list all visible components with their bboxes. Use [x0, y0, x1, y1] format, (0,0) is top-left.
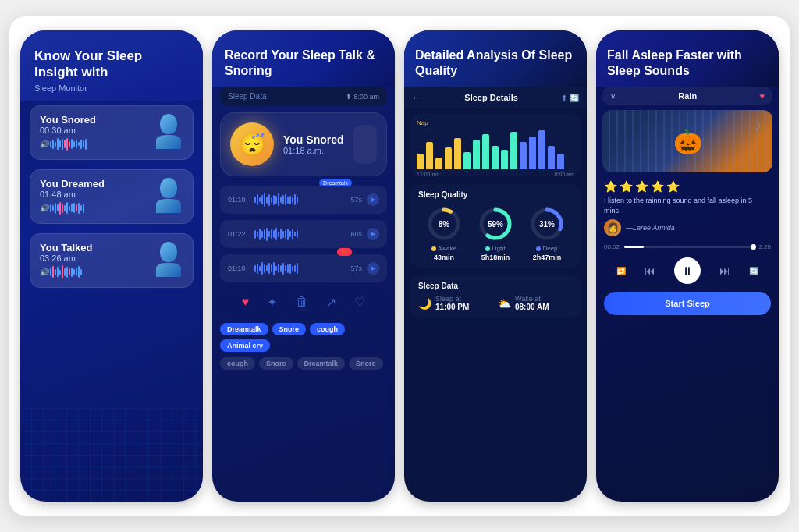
rec-time-2: 01:22: [228, 230, 250, 238]
reviewer-row: 👩 —Laree Armida: [596, 215, 779, 240]
phone3-title: Detailed Analysis Of Sleep Quality: [415, 48, 576, 79]
next-icon[interactable]: ⏭: [719, 264, 730, 277]
start-sleep-button[interactable]: Start Sleep: [604, 292, 771, 315]
reviewer-name: —Laree Armida: [626, 224, 675, 232]
snoring-emoji: 😴: [230, 122, 274, 166]
wake-at-label: Wake at: [515, 295, 549, 303]
snoring-card: 😴 You Snored 01:18 a.m.: [220, 112, 387, 176]
repeat-icon[interactable]: 🔁: [616, 267, 626, 275]
quality-circles: 8% Awake 43min 59%: [418, 205, 573, 261]
trash-icon[interactable]: 🗑: [296, 295, 308, 310]
quality-title: Sleep Quality: [418, 190, 573, 199]
deep-dot: [536, 246, 541, 251]
rec-time-3: 01:10: [228, 264, 250, 272]
progress-bar[interactable]: [624, 246, 754, 248]
chevron-down-icon: ∨: [610, 92, 616, 101]
tag-snore[interactable]: Snore: [272, 323, 307, 335]
chart-time-start: 11:00 pm: [417, 172, 439, 176]
cloud-icon: ⛅: [498, 297, 511, 310]
rec-dur-2: 60s: [350, 230, 362, 238]
heart-icon[interactable]: ♥: [242, 295, 250, 310]
dream-waveform: 🔊: [40, 201, 147, 215]
snore-item[interactable]: You Snored 00:30 am 🔊: [30, 105, 194, 160]
phone1-header: Know Your Sleep Insight with Sleep Monit…: [20, 30, 203, 101]
tag-snore2[interactable]: Snore: [259, 357, 293, 370]
rec-time-1: 01:10: [228, 196, 250, 204]
phone-4: Fall Asleep Faster with Sleep Sounds ∨ R…: [596, 30, 779, 502]
talk-waveform: 🔊: [40, 265, 147, 279]
light-pct: 59%: [488, 220, 503, 229]
deep-label: Deep: [542, 245, 557, 252]
light-circle: 59% Light 5h18min: [477, 205, 514, 261]
speaker-icon: 🔊: [40, 140, 49, 148]
rec-row-1[interactable]: 01:10 57s ▶: [220, 186, 387, 214]
data-row: 🌙 Sleep at 11:00 PM ⛅ Wake at 08:00 AM: [418, 295, 573, 311]
rec-row-3-wrap: 01:10 57s ▶ 🔴: [212, 251, 395, 286]
sleep-data-time: ⬆ 8:00 am: [346, 93, 379, 101]
back-arrow[interactable]: ←: [412, 92, 421, 103]
snore-waveform: 🔊: [40, 137, 147, 151]
pause-button[interactable]: ⏸: [674, 257, 701, 284]
deep-circle: 31% Deep 2h47min: [528, 205, 566, 261]
snoring-label: You Snored: [283, 133, 344, 146]
sleep-at-value: 11:00 PM: [435, 303, 469, 311]
rain-mini[interactable]: ∨ Rain ♥: [602, 87, 772, 105]
tag-dreamtalk[interactable]: Dreamtalk: [220, 323, 268, 335]
talk-item[interactable]: You Talked 03:26 am 🔊: [30, 233, 194, 288]
grid-decoration: [20, 408, 203, 502]
main-container: Know Your Sleep Insight with Sleep Monit…: [9, 16, 790, 516]
heart-icon[interactable]: ♥: [759, 91, 765, 101]
deep-label-row: Deep: [528, 245, 566, 252]
tag-dreamtalk2[interactable]: Dreamtalk: [297, 357, 346, 370]
progress-time-current: 00:02: [604, 243, 620, 250]
tag-cough[interactable]: cough: [310, 323, 345, 335]
prev-icon[interactable]: ⏮: [645, 264, 655, 277]
rec-play-3[interactable]: ▶: [367, 262, 379, 275]
rec-dur-1: 57s: [350, 196, 362, 204]
phone1-subtitle: Sleep Monitor: [34, 83, 189, 93]
deep-circle-wrap: 31%: [528, 205, 566, 243]
rec-play-2[interactable]: ▶: [367, 228, 379, 240]
awake-time: 43min: [425, 254, 463, 261]
rec-row-2[interactable]: 01:22 60s ▶: [220, 220, 387, 248]
light-label: Light: [492, 245, 505, 252]
snore-time: 00:30 am: [40, 126, 147, 135]
rec-row-3[interactable]: 01:10 57s ▶: [220, 254, 387, 282]
awake-pct: 8%: [439, 220, 449, 229]
progress-time-total: 2:20: [758, 243, 771, 250]
dream-item[interactable]: You Dreamed 01:48 am 🔊: [30, 169, 194, 224]
rec-play-1[interactable]: ▶: [367, 193, 379, 206]
share-icon[interactable]: ↗: [326, 295, 336, 310]
dream-time: 01:48 am: [40, 190, 147, 199]
phone2-header: Record Your Sleep Talk & Snoring: [212, 30, 395, 87]
quality-section: Sleep Quality 8% Awake 43mi: [410, 184, 581, 268]
talk-avatar: [154, 242, 183, 279]
sleep-at-item: 🌙 Sleep at 11:00 PM: [418, 295, 493, 311]
light-dot: [485, 246, 490, 251]
chart-area: Nap 11:00 pm 8:00 a: [410, 113, 581, 176]
star-3: ⭐: [635, 180, 648, 193]
rec-wave-3: [254, 261, 346, 276]
talk-time: 03:26 am: [40, 254, 147, 263]
side-card-stub: [353, 125, 377, 164]
rain-image: 🎃 ♪: [602, 110, 772, 172]
tag-snore3[interactable]: Snore: [349, 357, 383, 370]
snore-text: You Snored 00:30 am 🔊: [40, 114, 147, 151]
chart-label: Nap: [417, 119, 574, 126]
speaker-icon-3: 🔊: [40, 268, 49, 276]
rec-row-2-wrap: 01:22 60s ▶: [212, 217, 395, 251]
star-action-icon[interactable]: ✦: [267, 295, 277, 310]
wake-at-item: ⛅ Wake at 08:00 AM: [498, 295, 573, 311]
dreamtalk-badge-1: Dreamtalk: [319, 179, 352, 186]
filter-tags-row2: cough Snore Dreamtalk Snore: [212, 356, 395, 371]
rec-wave-1: [254, 192, 346, 207]
tag-cough2[interactable]: cough: [220, 357, 255, 370]
dream-avatar: [154, 178, 183, 215]
tag-animal-cry[interactable]: Animal cry: [220, 339, 270, 352]
progress-dot: [751, 244, 756, 250]
refresh-icon[interactable]: 🔄: [749, 267, 758, 275]
chart-bars: [417, 129, 574, 169]
sleep-details-bar: ← Sleep Details ⬆ 🔄: [404, 87, 587, 108]
more-icon[interactable]: ♡: [354, 295, 365, 310]
sleep-data-bar: Sleep Data ⬆ 8:00 am: [220, 87, 387, 106]
